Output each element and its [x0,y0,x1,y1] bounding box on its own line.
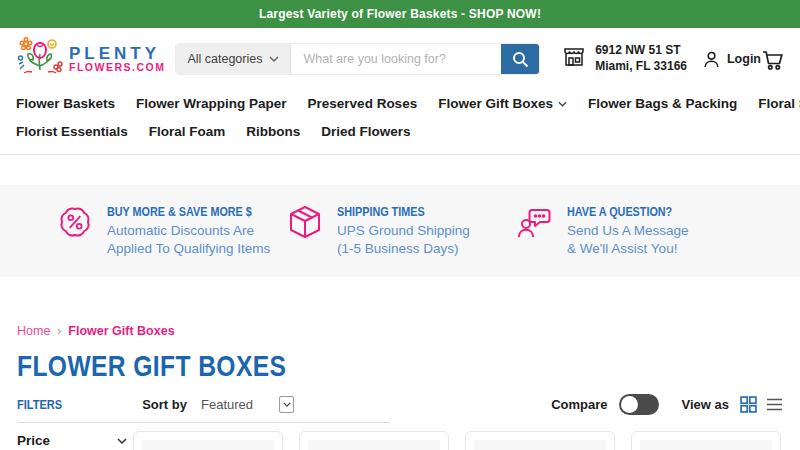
breadcrumb-separator: › [57,324,61,338]
product-image-placeholder [640,440,772,450]
feature-discounts: BUY MORE & SAVE MORE $ Automatic Discoun… [55,202,285,258]
collection-toolbar: FILTERS Sort by Featured Compare View as [17,393,783,415]
search-icon [512,51,529,68]
address-line-1: 6912 NW 51 ST [595,43,687,59]
sort-select[interactable]: Featured [201,396,294,413]
feature-title: SHIPPING TIMES [337,205,425,219]
breadcrumb-home-link[interactable]: Home [17,324,50,338]
select-arrow-icon [279,396,294,413]
filters-heading: FILTERS [17,397,62,412]
search-category-label: All categories [187,52,262,66]
feature-text-line: & We'll Assist You! [567,240,689,258]
feature-title: BUY MORE & SAVE MORE $ [107,205,252,219]
flower-bouquet-icon [16,36,64,82]
nav-item-flower-baskets[interactable]: Flower Baskets [16,96,115,111]
chat-person-icon [515,202,555,258]
login-label: Login [727,52,761,66]
feature-text-line: UPS Ground Shipping [337,222,470,240]
price-filter-label: Price [17,433,50,448]
compare-toggle[interactable] [619,394,659,415]
product-grid [133,431,783,450]
chevron-down-icon [558,101,567,107]
feature-text-line: Applied To Qualifying Items [107,240,270,258]
view-as-label: View as [682,397,729,412]
filters-sidebar: Price [17,431,133,450]
product-image-placeholder [308,440,440,450]
nav-item-flower-bags-packing[interactable]: Flower Bags & Packing [588,96,737,111]
cart-icon [761,48,784,71]
feature-question: HAVE A QUESTION? Send Us A Message & We'… [515,202,745,258]
chevron-down-icon [117,438,127,444]
breadcrumb: Home › Flower Gift Boxes [17,324,783,338]
nav-item-flower-gift-boxes[interactable]: Flower Gift Boxes [438,96,567,111]
address-line-2: Miami, FL 33166 [595,59,687,75]
nav-item-floral-spray-paint[interactable]: Floral Spray Paint [758,96,800,111]
product-image-placeholder [474,440,606,450]
nav-item-florist-essentials[interactable]: Florist Essentials [16,124,128,139]
logo-text-plenty: PLENTY [69,45,165,63]
product-card[interactable] [465,431,615,450]
login-button[interactable]: Login [702,50,761,69]
product-card[interactable] [631,431,781,450]
store-features-band: BUY MORE & SAVE MORE $ Automatic Discoun… [0,185,800,277]
price-filter-toggle[interactable]: Price [17,431,127,450]
search-category-dropdown[interactable]: All categories [176,44,291,74]
catalog-area: Price [17,431,783,450]
feature-text-line: Send Us A Message [567,222,689,240]
nav-item-preserved-roses[interactable]: Preserved Roses [308,96,418,111]
promo-banner-text[interactable]: Largest Variety of Flower Baskets - SHOP… [259,7,541,21]
header: PLENTY FLOWERS.COM All categories [0,28,800,90]
feature-text-line: Automatic Discounts Are [107,222,270,240]
nav-item-flower-wrapping-paper[interactable]: Flower Wrapping Paper [136,96,287,111]
toggle-knob [621,396,638,413]
toolbar-divider [17,422,390,423]
search-input[interactable] [291,44,501,74]
collection-page: Home › Flower Gift Boxes FLOWER GIFT BOX… [0,324,800,450]
main-navigation: Flower Baskets Flower Wrapping Paper Pre… [0,90,800,155]
storefront-icon [561,44,587,74]
feature-text-line: (1-5 Business Days) [337,240,470,258]
nav-item-floral-foam[interactable]: Floral Foam [149,124,226,139]
discount-badge-icon [55,202,95,258]
grid-view-icon[interactable] [740,396,757,413]
page-title: FLOWER GIFT BOXES [17,349,645,383]
search-bar: All categories [175,43,540,75]
user-icon [702,50,721,69]
chevron-down-icon [269,56,279,62]
promo-banner: Largest Variety of Flower Baskets - SHOP… [0,0,800,28]
sort-by-label: Sort by [142,397,187,412]
feature-title: HAVE A QUESTION? [567,205,672,219]
nav-item-dried-flowers[interactable]: Dried Flowers [321,124,410,139]
feature-shipping: SHIPPING TIMES UPS Ground Shipping (1-5 … [285,202,515,258]
package-icon [285,202,325,258]
list-view-icon[interactable] [766,397,783,412]
product-card[interactable] [133,431,283,450]
site-logo[interactable]: PLENTY FLOWERS.COM [16,36,165,82]
breadcrumb-current: Flower Gift Boxes [68,324,174,338]
cart-button[interactable] [761,48,784,71]
logo-text-flowers: FLOWERS.COM [69,62,165,73]
store-address: 6912 NW 51 ST Miami, FL 33166 [561,43,687,74]
nav-item-ribbons[interactable]: Ribbons [246,124,300,139]
search-button[interactable] [501,44,539,74]
sort-selected-value: Featured [201,397,279,412]
compare-label: Compare [551,397,607,412]
product-card[interactable] [299,431,449,450]
product-image-placeholder [142,440,274,450]
